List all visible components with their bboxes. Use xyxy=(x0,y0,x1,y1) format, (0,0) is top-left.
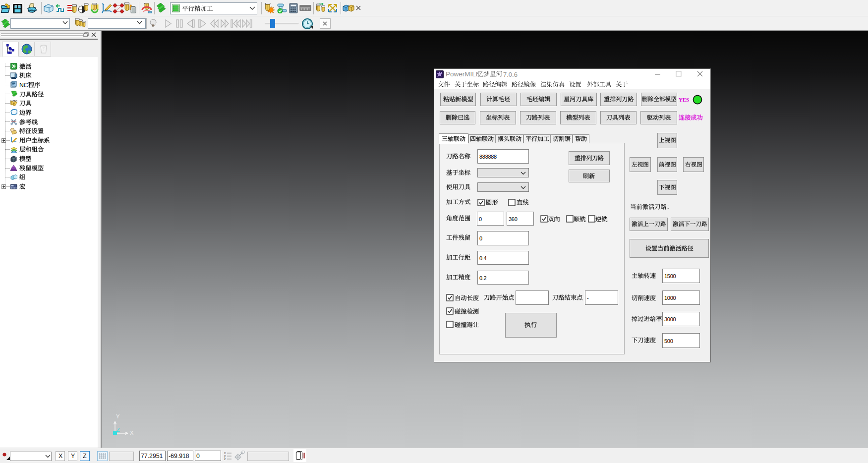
svg-text:Y: Y xyxy=(116,413,120,419)
svg-text:z: z xyxy=(224,457,226,461)
svg-text:Z: Z xyxy=(116,427,120,433)
svg-text:NC: NC xyxy=(19,82,28,89)
svg-text:X: X xyxy=(130,430,134,436)
